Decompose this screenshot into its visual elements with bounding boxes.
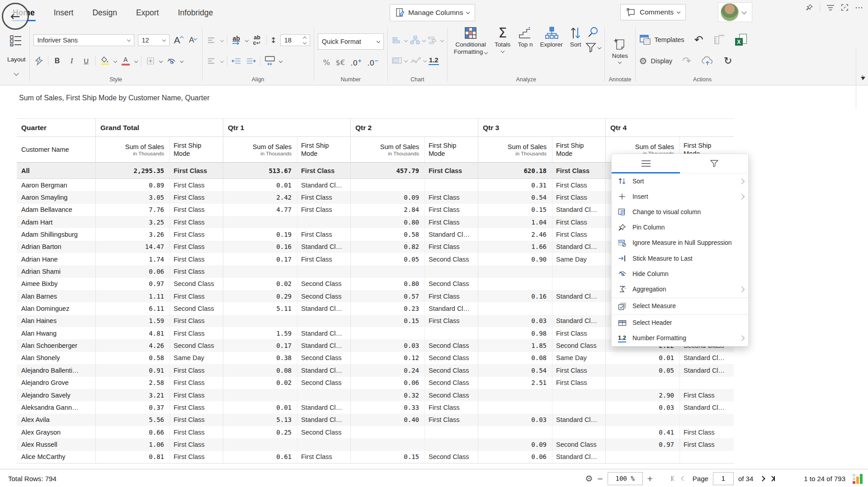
col-group-grand-total[interactable]: Grand Total bbox=[95, 119, 223, 136]
chevron-down-icon[interactable] bbox=[404, 38, 408, 42]
font-size-select[interactable]: 12 bbox=[138, 34, 170, 46]
chevron-down-icon[interactable] bbox=[113, 59, 117, 62]
cell-mode[interactable]: Same Day bbox=[552, 253, 605, 265]
font-color-button[interactable]: A bbox=[120, 56, 131, 66]
redo-icon[interactable]: ↷ bbox=[682, 55, 691, 67]
cell-sales[interactable]: 5.56 bbox=[95, 414, 170, 426]
cell-sales[interactable]: 2.51 bbox=[478, 377, 552, 389]
underline-button[interactable]: U bbox=[81, 56, 92, 66]
cell-mode[interactable]: First Class bbox=[425, 191, 478, 203]
chevron-down-icon[interactable] bbox=[404, 59, 408, 62]
chevron-down-icon[interactable] bbox=[278, 59, 282, 62]
menu-item-hide-column[interactable]: Hide Column bbox=[612, 266, 748, 281]
chevron-down-icon[interactable] bbox=[440, 38, 444, 42]
cell-mode[interactable]: First Class bbox=[552, 179, 605, 191]
cell-sales[interactable]: 0.57 bbox=[350, 290, 425, 302]
menu-item-select-measure[interactable]: Select Measure bbox=[612, 299, 748, 314]
cell-mode[interactable]: First Class bbox=[170, 315, 223, 327]
cell-sales[interactable]: 0.66 bbox=[95, 426, 170, 438]
cell-mode[interactable]: First Class bbox=[552, 327, 605, 339]
cell-mode[interactable]: First Class bbox=[297, 204, 350, 216]
cell-mode[interactable]: First Class bbox=[170, 451, 223, 463]
cell-sales[interactable]: 0.02 bbox=[223, 377, 297, 389]
cell-sales[interactable]: 0.80 bbox=[350, 278, 425, 290]
tab-design[interactable]: Design bbox=[91, 2, 118, 22]
tab-export[interactable]: Export bbox=[135, 2, 160, 22]
cell-mode[interactable]: First Class bbox=[297, 451, 350, 463]
cell-sales[interactable]: 0.03 bbox=[478, 315, 552, 327]
cell-sales[interactable]: 0.17 bbox=[223, 253, 297, 265]
cell-mode[interactable]: First Class bbox=[425, 315, 478, 327]
cell-mode[interactable]: First Class bbox=[425, 241, 478, 253]
cell-mode[interactable]: First Class bbox=[170, 241, 223, 253]
cell-sales[interactable]: 0.01 bbox=[223, 179, 297, 191]
cell-mode[interactable]: Standard Cl… bbox=[297, 302, 350, 314]
ribbon-collapse-icon[interactable] bbox=[861, 77, 865, 80]
cell-mode[interactable]: First Class bbox=[170, 426, 223, 438]
cell-sales[interactable]: 0.97 bbox=[95, 278, 170, 290]
cell-sales[interactable]: 513.67 bbox=[223, 163, 297, 178]
menu-item-ignore-measure-in-null-suppression[interactable]: Ignore Measure in Null Suppression bbox=[612, 235, 748, 251]
cell-sales[interactable]: 0.54 bbox=[478, 364, 552, 376]
cell-mode[interactable]: First Class bbox=[552, 377, 605, 389]
cell-name[interactable]: Alan Hwang bbox=[17, 327, 95, 339]
chevron-down-icon[interactable] bbox=[245, 38, 248, 42]
search-icon[interactable] bbox=[587, 26, 599, 38]
chevron-down-icon[interactable] bbox=[179, 59, 183, 62]
increase-indent-icon[interactable] bbox=[245, 56, 256, 66]
cell-sales[interactable]: 0.05 bbox=[350, 253, 425, 265]
cell-sales[interactable]: 0.37 bbox=[95, 401, 170, 413]
cell-mode[interactable]: Second Class bbox=[170, 278, 223, 290]
measure-header-sales-qtr-3[interactable]: Sum of Salesin Thousands bbox=[478, 137, 552, 162]
cell-sales[interactable]: 0.06 bbox=[95, 265, 170, 277]
cell-mode[interactable]: Second Class bbox=[297, 278, 350, 290]
cell-mode[interactable]: Standard Cl… bbox=[679, 364, 733, 376]
cell-sales[interactable]: 2.84 bbox=[350, 204, 425, 216]
cell-sales[interactable] bbox=[223, 389, 297, 401]
cell-sales[interactable]: 0.40 bbox=[350, 414, 425, 426]
cell-name[interactable]: Aimee Bixby bbox=[17, 278, 95, 290]
cell-mode[interactable] bbox=[552, 278, 605, 290]
cell-sales[interactable]: 2,295.35 bbox=[95, 163, 170, 178]
cell-sales[interactable]: 3.21 bbox=[95, 389, 170, 401]
menu-item-aggregation[interactable]: Aggregation bbox=[612, 281, 748, 297]
cell-name[interactable]: Alice McCarthy bbox=[17, 451, 95, 463]
cell-name[interactable]: Alan Dominguez bbox=[17, 302, 95, 314]
cell-mode[interactable]: Standard Cl… bbox=[297, 327, 350, 339]
cell-sales[interactable] bbox=[223, 438, 297, 450]
cell-sales[interactable]: 3.05 bbox=[95, 191, 170, 203]
cell-mode[interactable]: First Class bbox=[552, 228, 605, 240]
cell-mode[interactable]: First Class bbox=[425, 414, 478, 426]
cell-name[interactable]: Adam Shillingsburg bbox=[17, 228, 95, 240]
cell-sales[interactable] bbox=[605, 377, 679, 389]
cell-mode[interactable]: First Class bbox=[425, 401, 478, 413]
cell-mode[interactable]: Standard Cl… bbox=[552, 451, 605, 463]
cell-sales[interactable]: 6.11 bbox=[95, 302, 170, 314]
col-group-qtr-4[interactable]: Qtr 4 bbox=[605, 119, 733, 136]
cell-name[interactable]: Adam Hart bbox=[17, 216, 95, 228]
page-number-input[interactable] bbox=[713, 472, 734, 485]
cell-mode[interactable]: First Class bbox=[425, 204, 478, 216]
cell-mode[interactable]: First Class bbox=[679, 389, 733, 401]
cell-mode[interactable] bbox=[425, 438, 478, 450]
cell-mode[interactable] bbox=[297, 315, 350, 327]
chevron-down-icon[interactable] bbox=[220, 38, 223, 42]
layout-icon[interactable] bbox=[9, 34, 23, 47]
cell-sales[interactable]: 2.58 bbox=[95, 377, 170, 389]
cell-mode[interactable]: First Class bbox=[297, 228, 350, 240]
increase-font-icon[interactable]: A bbox=[173, 35, 184, 46]
cell-mode[interactable]: First Class bbox=[297, 163, 350, 178]
cell-name[interactable]: Alejandro Ballenti… bbox=[17, 364, 95, 376]
hierarchy-chart-icon[interactable] bbox=[410, 35, 420, 46]
cell-sales[interactable]: 0.58 bbox=[350, 228, 425, 240]
cell-sales[interactable]: 457.79 bbox=[350, 163, 425, 178]
cell-sales[interactable]: 1.06 bbox=[95, 438, 170, 450]
cell-mode[interactable]: First Class bbox=[170, 228, 223, 240]
display-button[interactable]: ⚙ Display bbox=[639, 56, 672, 66]
cell-sales[interactable]: 0.05 bbox=[605, 364, 679, 376]
menu-item-pin-column[interactable]: Pin Column bbox=[612, 220, 748, 235]
cell-sales[interactable] bbox=[350, 265, 425, 277]
comments-button[interactable]: Comments bbox=[620, 4, 686, 20]
chevron-down-icon[interactable] bbox=[134, 59, 137, 62]
cell-sales[interactable]: 1.66 bbox=[478, 241, 552, 253]
